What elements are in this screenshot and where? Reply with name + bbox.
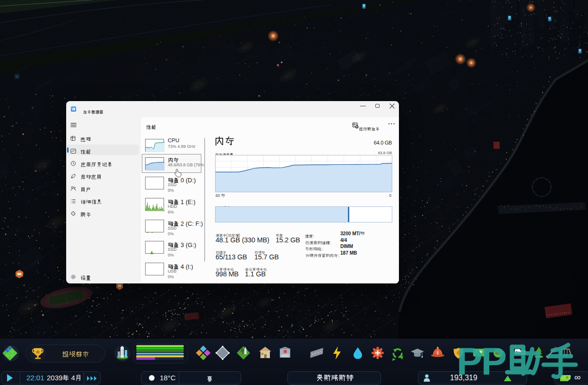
svg-text:PP: PP — [457, 340, 506, 383]
